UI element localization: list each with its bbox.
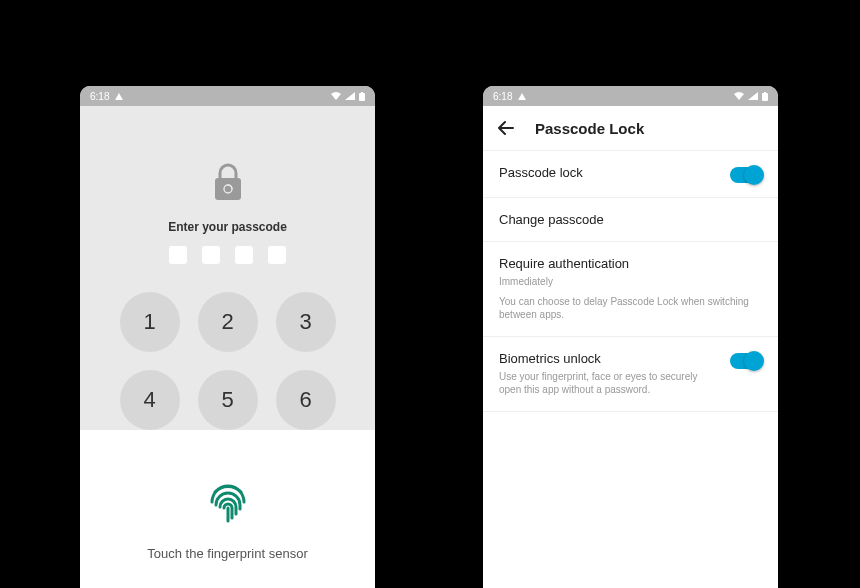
setting-title: Require authentication [499, 256, 762, 271]
signal-icon [345, 92, 355, 100]
phone-passcode-entry: 6:18 Enter your passcode 1 2 3 4 5 [80, 86, 375, 588]
setting-title: Change passcode [499, 212, 762, 227]
setting-require-authentication[interactable]: Require authentication Immediately You c… [483, 242, 778, 337]
wifi-icon [734, 92, 744, 100]
setting-description: You can choose to delay Passcode Lock wh… [499, 295, 762, 322]
passcode-dot [202, 246, 220, 264]
svg-rect-5 [764, 92, 766, 93]
svg-rect-2 [215, 178, 241, 200]
battery-icon [359, 92, 365, 101]
keypad-key-2[interactable]: 2 [198, 292, 258, 352]
keypad-key-6[interactable]: 6 [276, 370, 336, 430]
toggle-biometrics[interactable] [730, 353, 762, 369]
passcode-dots [80, 246, 375, 264]
status-bar: 6:18 [80, 86, 375, 106]
toggle-passcode-lock[interactable] [730, 167, 762, 183]
svg-rect-4 [762, 93, 768, 101]
fingerprint-panel: Touch the fingerprint sensor [80, 430, 375, 561]
fingerprint-prompt: Touch the fingerprint sensor [80, 546, 375, 561]
passcode-dot [268, 246, 286, 264]
settings-list: Passcode lock Change passcode Require au… [483, 151, 778, 412]
fingerprint-icon[interactable] [202, 472, 254, 524]
svg-rect-1 [361, 92, 363, 93]
setting-title: Biometrics unlock [499, 351, 718, 366]
settings-header: Passcode Lock [483, 106, 778, 151]
status-bar: 6:18 [483, 86, 778, 106]
setting-subtitle: Immediately [499, 275, 762, 289]
lock-icon [211, 162, 245, 204]
status-time: 6:18 [493, 91, 512, 102]
back-arrow-icon[interactable] [497, 119, 515, 137]
warning-icon [518, 93, 526, 100]
setting-change-passcode[interactable]: Change passcode [483, 198, 778, 242]
phone-settings: 6:18 Passcode Lock Passcode lock Change … [483, 86, 778, 588]
status-icons [331, 92, 365, 101]
keypad-key-4[interactable]: 4 [120, 370, 180, 430]
signal-icon [748, 92, 758, 100]
wifi-icon [331, 92, 341, 100]
keypad-key-5[interactable]: 5 [198, 370, 258, 430]
passcode-dot [169, 246, 187, 264]
setting-passcode-lock[interactable]: Passcode lock [483, 151, 778, 198]
svg-rect-0 [359, 93, 365, 101]
setting-title: Passcode lock [499, 165, 718, 180]
keypad: 1 2 3 4 5 6 [80, 292, 375, 430]
passcode-dot [235, 246, 253, 264]
settings-title: Passcode Lock [535, 120, 644, 137]
status-time: 6:18 [90, 91, 109, 102]
battery-icon [762, 92, 768, 101]
status-icons [734, 92, 768, 101]
keypad-key-1[interactable]: 1 [120, 292, 180, 352]
passcode-prompt: Enter your passcode [80, 220, 375, 234]
keypad-key-3[interactable]: 3 [276, 292, 336, 352]
warning-icon [115, 93, 123, 100]
setting-description: Use your fingerprint, face or eyes to se… [499, 370, 718, 397]
setting-biometrics-unlock[interactable]: Biometrics unlock Use your fingerprint, … [483, 337, 778, 412]
passcode-panel: Enter your passcode 1 2 3 4 5 6 [80, 106, 375, 430]
